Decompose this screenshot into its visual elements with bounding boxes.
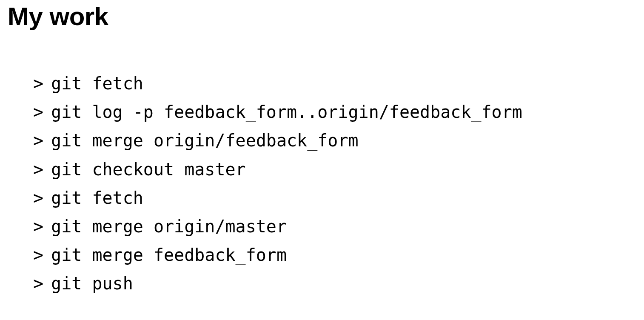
command-list: > git fetch > git log -p feedback_form..… [33, 69, 644, 298]
prompt-symbol: > [33, 184, 43, 212]
prompt-symbol: > [33, 98, 43, 126]
prompt-symbol: > [33, 69, 43, 98]
command-line: > git push [33, 269, 644, 298]
prompt-symbol: > [33, 241, 43, 269]
page-title: My work [8, 2, 644, 31]
command-line: > git fetch [33, 184, 644, 212]
command-line: > git merge origin/feedback_form [33, 126, 644, 155]
command-text: git log -p feedback_form..origin/feedbac… [51, 98, 522, 126]
prompt-symbol: > [33, 212, 43, 241]
command-text: git merge origin/master [51, 212, 287, 241]
command-text: git merge feedback_form [51, 241, 287, 269]
command-line: > git merge feedback_form [33, 241, 644, 269]
command-text: git push [51, 269, 133, 298]
command-line: > git merge origin/master [33, 212, 644, 241]
command-text: git fetch [51, 69, 143, 98]
command-line: > git checkout master [33, 155, 644, 184]
prompt-symbol: > [33, 155, 43, 184]
prompt-symbol: > [33, 269, 43, 298]
command-text: git checkout master [51, 155, 246, 184]
prompt-symbol: > [33, 126, 43, 155]
command-text: git merge origin/feedback_form [51, 126, 358, 155]
command-line: > git log -p feedback_form..origin/feedb… [33, 98, 644, 126]
command-line: > git fetch [33, 69, 644, 98]
command-text: git fetch [51, 184, 143, 212]
